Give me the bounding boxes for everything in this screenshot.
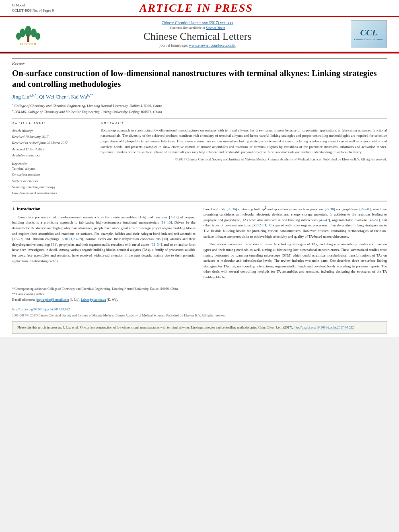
citation-text: Please cite this article in press as: J.… (17, 326, 293, 329)
homepage-label: journal homepage: (159, 43, 188, 47)
elsevier-logo-svg: ELSEVIER (12, 24, 44, 46)
svg-point-0 (25, 26, 31, 37)
article-info-column: ARTICLE INFO Article history: Received 1… (12, 121, 93, 197)
contents-text: Contents lists available at (170, 26, 205, 30)
journal-url[interactable]: Chinese Chemical Letters xxx (2017) xxx–… (49, 21, 346, 25)
ref-50-54[interactable]: 50,52–54 (253, 223, 266, 227)
abstract-column: ABSTRACT Bottom-up approach to construct… (101, 121, 387, 197)
body-section: 1. Introduction On-surface preparation o… (12, 205, 387, 283)
article-type: Review (12, 58, 387, 66)
keyword-3: Surface assemblies (12, 178, 93, 184)
ref-31[interactable]: 31 (53, 242, 56, 246)
affil-a-sup: a (12, 103, 14, 106)
email-sep2: (K. Wu). (107, 298, 118, 302)
content-area: Review On-surface construction of low-di… (0, 53, 399, 283)
affil-sup-b1: b (67, 93, 69, 97)
ref-39-41[interactable]: 39–41 (361, 207, 370, 211)
affiliation-b: BNLMS, College of Chemistry and Molecula… (14, 110, 162, 114)
ref-17-22[interactable]: 17–22 (13, 237, 22, 241)
history-label: Article history: (12, 128, 93, 134)
ref-13-16[interactable]: 13–16 (162, 220, 171, 224)
email-label: E-mail addresses: (12, 298, 36, 302)
contents-available: Contents lists available at ScienceDirec… (49, 26, 346, 30)
section-divider (12, 201, 387, 201)
corresponding-sup1: * (35, 93, 37, 97)
email-kaiwu[interactable]: kaiwu@pku.edu.cn (81, 298, 106, 302)
ref-8-29[interactable]: 8,10,11,23–29 (62, 237, 82, 241)
section1-heading: 1. Introduction (12, 205, 195, 212)
sciencedirect-link[interactable]: ScienceDirect (206, 26, 225, 30)
author-qiwei-chen: Qi-Wei Chen (39, 94, 67, 100)
ref-48-51[interactable]: 48–51 (370, 218, 378, 222)
email-sep1: (J. Liu), (70, 298, 81, 302)
svg-text:ELSEVIER: ELSEVIER (20, 42, 36, 46)
keywords-section: Keywords: Terminal alkynes On-surface re… (12, 162, 93, 196)
authors-line: Jing Liua,b,*, Qi-Wei Chenb, Kai Wub,** (12, 93, 387, 100)
abstract-text: Bottom-up approach to constructing low-d… (101, 128, 387, 155)
citation-doi-link[interactable]: http://dx.doi.org/10.1016/j.cclet.2017.0… (294, 326, 354, 329)
affil-sup-a: a,b, (29, 93, 35, 97)
journal-center: Chinese Chemical Letters xxx (2017) xxx–… (49, 21, 346, 47)
intro-para3: This review overviews the studies of on-… (204, 242, 387, 280)
doi-bar: http://dx.doi.org/10.1016/j.cclet.2017.0… (0, 306, 399, 313)
affil-b-sup: b (12, 109, 14, 112)
ref-1-6[interactable]: 1–6 (140, 215, 145, 219)
footnote-corresponding1: * Corresponding author at: College of Ch… (12, 286, 387, 292)
article-history: Article history: Received 10 January 201… (12, 128, 93, 158)
keyword-4: Scanning tunneling microscopy (12, 184, 93, 190)
header-divider (12, 118, 387, 119)
svg-rect-5 (27, 35, 29, 42)
intro-para2: based scaffolds [35,36] containing both … (204, 205, 387, 240)
svg-point-3 (16, 33, 21, 40)
article-title: On-surface construction of low-dimension… (12, 68, 387, 90)
affiliation-a: College of Chemistry and Chemical Engine… (14, 104, 162, 108)
gmodel-label: G Model (12, 3, 25, 7)
footnote-corresponding2: ** Corresponding author. (12, 292, 387, 297)
abstract-copyright: © 2017 Chinese Chemical Society and Inst… (101, 157, 387, 162)
issn-bar: 1001-8417/© 2017 Chinese Chemical Societ… (0, 313, 399, 318)
citation-box: Please cite this article in press as: J.… (12, 321, 387, 334)
journal-homepage: journal homepage: www.elsevier.com/locat… (49, 43, 346, 47)
gmodel-info: G Model CCLET 4058 No. of Pages 9 (12, 3, 54, 13)
ref-37-38[interactable]: 37,38 (326, 207, 334, 211)
svg-point-4 (35, 33, 40, 40)
elsevier-logo: ELSEVIER (12, 22, 44, 46)
cclet-label: CCLET 4058 No. of Pages 9 (12, 8, 54, 12)
email-jingliu[interactable]: jingliu-pku@hotmail.com (36, 298, 69, 302)
accepted-date: Accepted 17 April 2017 (12, 146, 93, 152)
article-page: G Model CCLET 4058 No. of Pages 9 ARTICL… (0, 0, 399, 337)
ref-30[interactable]: 30 (163, 237, 167, 241)
homepage-link[interactable]: www.elsevier.com/locate/cclet (189, 43, 236, 47)
ref-42-47[interactable]: 42–47 (320, 218, 329, 222)
journal-url-text: Chinese Chemical Letters xxx (2017) xxx–… (162, 21, 233, 25)
body-col-left: 1. Introduction On-surface preparation o… (12, 205, 195, 283)
revised-date: Received in revised form 20 March 2017 (12, 140, 93, 146)
received-date: Received 10 January 2017 (12, 134, 93, 140)
body-col-right: based scaffolds [35,36] containing both … (204, 205, 387, 283)
ccl-logo: CCL Chinese Chemical Letters (351, 20, 387, 48)
intro-para1: On-surface preparation of low-dimensiona… (12, 215, 195, 264)
corresponding-sup2: ** (90, 93, 93, 97)
affiliations: a College of Chemistry and Chemical Engi… (12, 103, 387, 115)
keywords-label: Keywords: (12, 162, 93, 166)
abstract-heading: ABSTRACT (101, 121, 387, 126)
keywords-list: Terminal alkynes On-surface reactions Su… (12, 166, 93, 196)
aip-title: ARTICLE IN PRESS (54, 2, 339, 14)
info-abstract-section: ARTICLE INFO Article history: Received 1… (12, 121, 387, 197)
author-jing-liu: Jing Liu (12, 94, 29, 100)
ref-7-12[interactable]: 7–12 (170, 215, 177, 219)
keyword-1: Terminal alkynes (12, 166, 93, 172)
aip-banner: G Model CCLET 4058 No. of Pages 9 ARTICL… (0, 0, 399, 17)
ref-35-36[interactable]: 35,36 (228, 207, 236, 211)
keyword-2: On-surface reactions (12, 172, 93, 178)
footnote-emails: E-mail addresses: jingliu-pku@hotmail.co… (12, 297, 387, 303)
journal-name: Chinese Chemical Letters (49, 31, 346, 43)
available-date: Available online xxx (12, 152, 93, 158)
doi-link[interactable]: http://dx.doi.org/10.1016/j.cclet.2017.0… (12, 308, 70, 311)
footnotes: * Corresponding author at: College of Ch… (0, 283, 399, 306)
keyword-5: Low-dimensional nanostructures (12, 190, 93, 196)
article-info-heading: ARTICLE INFO (12, 121, 93, 126)
ref-32-34[interactable]: 32–34 (152, 242, 160, 246)
journal-header: ELSEVIER Chinese Chemical Letters xxx (2… (0, 17, 399, 52)
author-kai-wu: Kai Wu (71, 94, 87, 100)
